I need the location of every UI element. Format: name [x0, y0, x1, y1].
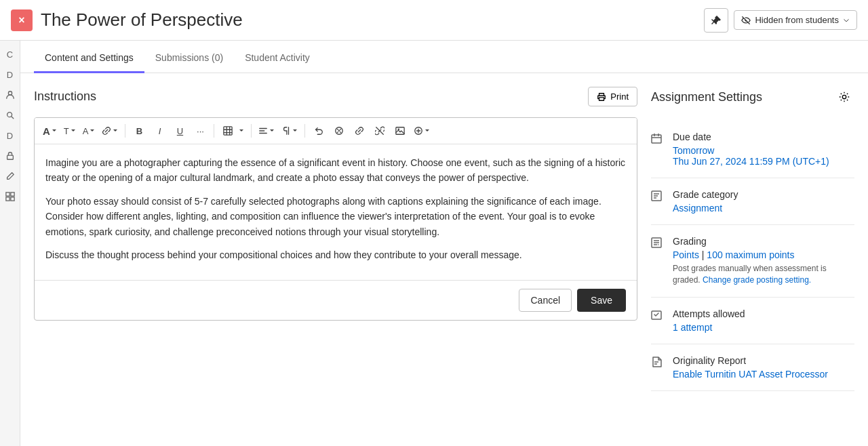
link-insert-icon — [355, 126, 364, 136]
due-date-icon — [651, 133, 665, 167]
toolbar-embed-dropdown[interactable] — [411, 125, 433, 137]
grading-points-row: Points | 100 maximum points — [673, 249, 854, 260]
content-area: Instructions Print A — [20, 73, 868, 446]
toolbar-sep-2 — [214, 124, 214, 138]
sidebar-item-lock[interactable] — [2, 148, 18, 164]
sidebar-item-search[interactable] — [2, 107, 18, 123]
print-button[interactable]: Print — [588, 87, 637, 106]
setting-grade-category: Grade category Assignment — [651, 178, 854, 225]
toolbar-textstyle-dropdown[interactable]: T — [61, 125, 79, 138]
lock-icon — [5, 151, 15, 161]
toolbar-link-insert-button[interactable] — [350, 122, 369, 140]
font-icon: A — [43, 125, 50, 137]
svg-rect-4 — [10, 192, 14, 196]
tab-submissions[interactable]: Submissions (0) — [144, 44, 234, 73]
toolbar-table-button[interactable] — [218, 122, 237, 140]
due-date-full-link[interactable]: Thu Jun 27, 2024 11:59 PM (UTC+1) — [673, 156, 829, 167]
more-icon: ··· — [197, 126, 204, 136]
attempts-icon-svg — [651, 310, 662, 321]
toolbar-link-dropdown[interactable] — [99, 125, 121, 137]
toolbar-clearformat-button[interactable] — [330, 122, 349, 140]
settings-title: Assignment Settings — [651, 90, 762, 104]
toolbar-sep-1 — [125, 124, 125, 138]
instruction-paragraph-2: Your photo essay should consist of 5-7 c… — [45, 194, 626, 239]
toolbar-sep-3 — [251, 124, 252, 138]
svg-point-1 — [7, 113, 12, 117]
table-dropdown-chevron — [239, 128, 244, 134]
toolbar-fontsize-dropdown[interactable]: A — [80, 125, 98, 138]
toolbar-image-button[interactable] — [391, 122, 410, 140]
pin-button[interactable] — [704, 8, 728, 33]
fontsize-icon: A — [83, 126, 89, 136]
toolbar-italic-button[interactable]: I — [150, 122, 169, 140]
toolbar-undo-button[interactable] — [309, 122, 328, 140]
sidebar-item-grid[interactable] — [2, 188, 18, 205]
editor-container: A T A — [34, 117, 637, 321]
embed-icon — [414, 126, 423, 136]
gear-button[interactable] — [834, 87, 854, 107]
search-icon — [5, 110, 15, 120]
tab-bar: Content and Settings Submissions (0) Stu… — [20, 41, 868, 73]
grading-icon — [651, 237, 665, 286]
save-button[interactable]: Save — [577, 289, 626, 312]
link-dropdown-chevron — [113, 128, 118, 134]
instructions-title: Instructions — [34, 89, 96, 104]
max-points-link[interactable]: 100 maximum points — [707, 249, 794, 260]
attempts-content: Attempts allowed 1 attempt — [673, 308, 854, 333]
change-grade-posting-link[interactable]: Change grade posting setting. — [703, 275, 811, 285]
due-date-value2: Thu Jun 27, 2024 11:59 PM (UTC+1) — [673, 156, 854, 167]
toolbar-font-dropdown[interactable]: A — [40, 124, 60, 138]
sidebar-item-d2[interactable]: D — [2, 127, 18, 144]
cancel-button[interactable]: Cancel — [519, 289, 572, 312]
attempts-label: Attempts allowed — [673, 308, 854, 319]
points-link[interactable]: Points — [673, 249, 699, 260]
grade-category-value-link[interactable]: Assignment — [673, 203, 722, 214]
tab-student-activity[interactable]: Student Activity — [234, 44, 321, 73]
tab-content-settings[interactable]: Content and Settings — [34, 44, 144, 73]
toolbar-bold-button[interactable]: B — [130, 122, 149, 140]
toolbar-more-button[interactable]: ··· — [191, 122, 210, 140]
toolbar-paragraph-dropdown[interactable] — [279, 125, 300, 137]
sidebar-item-edit[interactable] — [2, 168, 18, 184]
due-date-tomorrow-link[interactable]: Tomorrow — [673, 145, 714, 156]
underline-icon: U — [177, 126, 183, 136]
svg-rect-13 — [652, 135, 661, 143]
toolbar-underline-button[interactable]: U — [170, 122, 189, 140]
unlink-icon — [375, 126, 384, 136]
editor-body[interactable]: Imagine you are a photographer capturing… — [35, 144, 637, 280]
instructions-header: Instructions Print — [34, 87, 637, 106]
main-layout: C D D — [0, 41, 868, 446]
grade-category-content: Grade category Assignment — [673, 189, 854, 214]
font-dropdown-chevron — [52, 128, 57, 134]
paragraph-icon — [281, 126, 291, 136]
assignment-settings-panel: Assignment Settings Due — [651, 87, 854, 432]
sidebar-item-c[interactable]: C — [2, 46, 18, 62]
print-label: Print — [610, 92, 629, 102]
originality-value-link[interactable]: Enable Turnitin UAT Asset Processor — [673, 369, 828, 380]
toolbar-table-dropdown[interactable] — [236, 127, 247, 135]
page-title: The Power of Perspective — [41, 9, 243, 31]
svg-rect-3 — [5, 192, 9, 196]
toolbar-unlink-button[interactable] — [370, 122, 389, 140]
attempts-value-link[interactable]: 1 attempt — [673, 322, 712, 333]
editor-toolbar: A T A — [35, 118, 637, 144]
setting-originality: Originality Report Enable Turnitin UAT A… — [651, 344, 854, 391]
sidebar-item-d[interactable]: D — [2, 66, 18, 83]
originality-label: Originality Report — [673, 355, 854, 366]
grading-label: Grading — [673, 236, 854, 247]
header-left: × The Power of Perspective — [11, 9, 243, 31]
close-button[interactable]: × — [11, 9, 33, 31]
originality-content: Originality Report Enable Turnitin UAT A… — [673, 355, 854, 380]
toolbar-align-dropdown[interactable] — [256, 125, 277, 137]
top-header: × The Power of Perspective Hidden from s… — [0, 0, 868, 41]
eye-off-icon — [741, 16, 751, 25]
editor-footer: Cancel Save — [35, 280, 637, 320]
instructions-panel: Instructions Print A — [34, 87, 637, 432]
visibility-label: Hidden from students — [755, 15, 839, 25]
grid-icon — [5, 192, 15, 201]
header-right: Hidden from students — [704, 8, 857, 33]
calendar-icon — [651, 133, 662, 144]
left-sidebar: C D D — [0, 41, 20, 446]
sidebar-item-user[interactable] — [2, 87, 18, 103]
visibility-button[interactable]: Hidden from students — [734, 10, 857, 30]
